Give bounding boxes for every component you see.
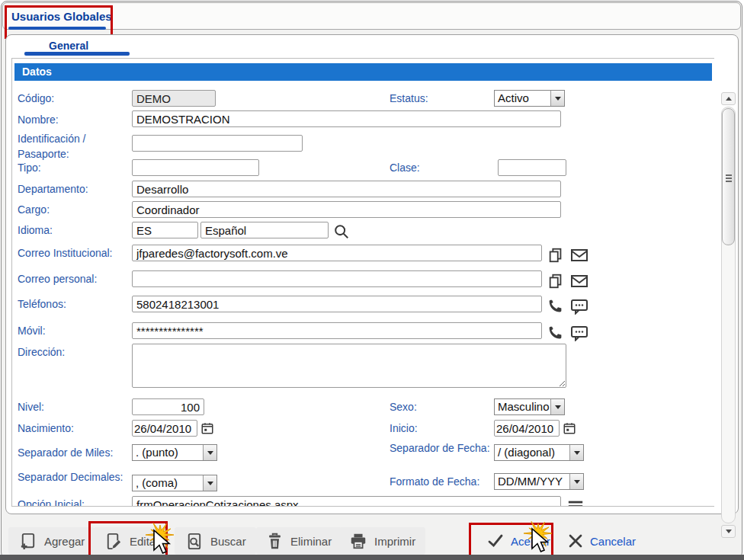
codigo-input [132, 90, 216, 107]
copy-icon[interactable] [546, 245, 565, 264]
eliminar-button[interactable]: Eliminar [256, 527, 342, 555]
tab-general-underline [24, 52, 130, 56]
chevron-down-icon[interactable] [203, 475, 216, 491]
sexo-select[interactable]: Masculino [494, 398, 565, 415]
sep-miles-select-value: . (punto) [133, 445, 203, 460]
edit-document-icon [104, 532, 123, 551]
formato-fecha-select[interactable]: DD/MM/YYY [494, 473, 584, 490]
printer-icon [349, 532, 367, 550]
editar-label: Editar [130, 535, 159, 548]
sep-decimales-label: Separador Decimales: [18, 470, 130, 485]
movil-label: Móvil: [18, 324, 130, 339]
identificacion-input[interactable] [132, 135, 303, 152]
codigo-label: Código: [18, 91, 130, 107]
tipo-label: Tipo: [18, 161, 130, 176]
sep-decimales-select[interactable]: , (coma) [132, 475, 217, 491]
calendar-icon[interactable] [562, 421, 577, 436]
title-bar: Usuarios Globales [2, 2, 741, 30]
scroll-down-button[interactable] [721, 525, 736, 538]
cargo-label: Cargo: [18, 203, 130, 218]
tab-general[interactable]: General [49, 40, 88, 52]
sms-icon[interactable] [569, 323, 588, 342]
opcion-inicial-input[interactable] [132, 496, 561, 507]
sep-fecha-label: Separador de Fecha: [390, 441, 496, 456]
estatus-label: Estatus: [390, 91, 496, 107]
nivel-label: Nivel: [18, 400, 130, 415]
clase-input[interactable] [498, 159, 566, 176]
search-icon[interactable] [332, 222, 351, 241]
direccion-textarea[interactable] [132, 344, 566, 388]
sms-icon[interactable] [569, 296, 588, 315]
cancelar-label: Cancelar [590, 535, 636, 548]
scroll-down-icon [726, 530, 732, 533]
nombre-label: Nombre: [18, 113, 130, 128]
mail-icon[interactable] [569, 271, 588, 290]
buscar-button[interactable]: Buscar [175, 527, 256, 555]
correo-personal-input[interactable] [132, 270, 542, 287]
chevron-down-icon[interactable] [569, 474, 583, 489]
cancelar-button[interactable]: Cancelar [558, 527, 646, 555]
window-bottom-edge [0, 555, 744, 560]
trash-icon [266, 532, 284, 550]
app-window: Usuarios Globales General Datos Código: … [1, 1, 742, 558]
telefonos-input[interactable] [132, 296, 542, 312]
formato-fecha-label: Formato de Fecha: [390, 475, 496, 490]
idioma-name-input[interactable] [200, 222, 329, 238]
sep-fecha-select-value: / (diagonal) [495, 445, 569, 460]
imprimir-button[interactable]: Imprimir [339, 527, 425, 555]
nacimiento-input[interactable] [132, 420, 197, 437]
estatus-select-value: Activo [495, 91, 550, 106]
scrollbar-thumb[interactable] [722, 108, 735, 245]
formato-fecha-select-value: DD/MM/YYY [495, 474, 569, 489]
sep-fecha-select[interactable]: / (diagonal) [494, 444, 584, 461]
idioma-code-input[interactable] [132, 222, 198, 238]
clase-label: Clase: [390, 161, 496, 176]
calendar-icon[interactable] [200, 421, 215, 436]
sep-miles-select[interactable]: . (punto) [132, 444, 217, 461]
phone-icon[interactable] [546, 323, 565, 342]
correo-personal-label: Correo personal: [18, 272, 130, 287]
sexo-select-value: Masculino [495, 399, 550, 414]
correo-institucional-label: Correo Institucional: [18, 246, 130, 261]
chevron-down-icon[interactable] [550, 399, 564, 414]
correo-institucional-input[interactable] [132, 245, 542, 261]
telefonos-label: Teléfonos: [18, 297, 130, 312]
imprimir-label: Imprimir [374, 535, 415, 548]
section-header-datos: Datos [14, 63, 712, 81]
chevron-down-icon[interactable] [550, 91, 564, 106]
nombre-input[interactable] [132, 110, 561, 127]
chevron-down-icon[interactable] [569, 445, 583, 460]
main-panel: General Datos Código: Estatus: Activo No… [5, 34, 739, 514]
sep-miles-label: Separador de Miles: [18, 446, 130, 461]
idioma-label: Idioma: [18, 223, 130, 238]
inicio-input[interactable] [494, 420, 560, 437]
eliminar-label: Eliminar [290, 535, 332, 548]
direccion-label: Dirección: [18, 345, 130, 360]
editar-button[interactable]: Editar [94, 527, 169, 555]
aceptar-label: Aceptar [511, 535, 550, 548]
scroll-up-button[interactable] [721, 92, 736, 105]
mail-icon[interactable] [569, 245, 588, 264]
chevron-down-icon[interactable] [203, 445, 216, 460]
identificacion-label: Identificación / Pasaporte: [18, 132, 130, 162]
cargo-input[interactable] [132, 201, 561, 218]
agregar-label: Agregar [44, 535, 85, 548]
buscar-label: Buscar [210, 535, 246, 548]
tipo-input[interactable] [132, 159, 259, 176]
screenshot-stage: Usuarios Globales General Datos Código: … [0, 0, 744, 560]
opcion-inicial-label: Opción Inicial: [18, 498, 130, 507]
add-document-icon [18, 532, 37, 551]
nacimiento-label: Nacimiento: [18, 421, 130, 437]
departamento-input[interactable] [132, 181, 561, 197]
nivel-input[interactable] [132, 398, 204, 415]
x-icon [568, 533, 583, 549]
movil-input[interactable] [132, 322, 542, 339]
copy-icon[interactable] [546, 271, 565, 290]
agregar-button[interactable]: Agregar [8, 527, 95, 555]
sep-decimales-select-value: , (coma) [133, 475, 203, 491]
estatus-select[interactable]: Activo [494, 90, 565, 107]
vertical-scrollbar[interactable] [720, 92, 736, 538]
aceptar-button[interactable]: Aceptar [477, 527, 560, 555]
menu-icon[interactable] [566, 497, 585, 507]
phone-icon[interactable] [546, 296, 565, 315]
